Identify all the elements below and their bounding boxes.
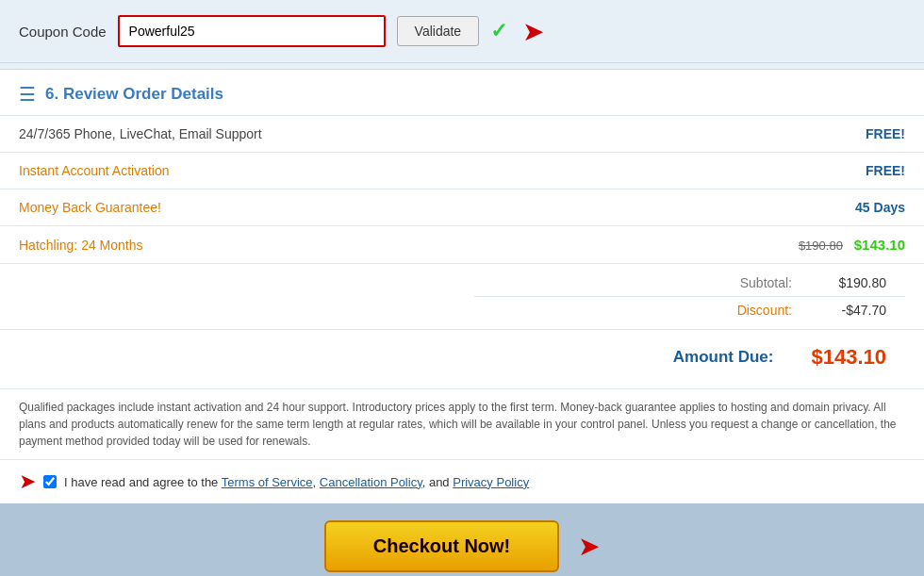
privacy-policy-link[interactable]: Privacy Policy [453, 475, 529, 489]
checkout-footer: Checkout Now! ➤ [0, 503, 924, 576]
hatchling-label: Hatchling: 24 Months [0, 226, 455, 264]
row-support-value: FREE! [455, 116, 924, 153]
coupon-arrow-indicator: ➤ [522, 16, 544, 47]
row-support-label: 24/7/365 Phone, LiveChat, Email Support [0, 116, 455, 153]
table-row: Instant Account Activation FREE! [0, 153, 924, 189]
subtotal-row-inner: Subtotal: $190.80 [474, 270, 905, 297]
original-price: $190.80 [799, 239, 843, 253]
review-title: 6. Review Order Details [45, 85, 223, 104]
coupon-section: Coupon Code Validate ✓ ➤ [0, 0, 924, 62]
terms-text: I have read and agree to the Terms of Se… [64, 475, 529, 489]
terms-checkbox[interactable] [43, 475, 57, 488]
row-activation-value: FREE! [455, 153, 924, 189]
row-moneyback-value: 45 Days [455, 189, 924, 226]
section-divider [0, 62, 924, 70]
hatchling-price-cell: $190.80 $143.10 [455, 226, 924, 264]
amount-due-value: $143.10 [792, 337, 905, 379]
table-row: 24/7/365 Phone, LiveChat, Email Support … [0, 116, 924, 153]
coupon-input[interactable] [120, 17, 384, 45]
terms-of-service-link[interactable]: Terms of Service [222, 475, 313, 489]
subtotal-label: Subtotal: [474, 270, 811, 297]
table-row-hatchling: Hatchling: 24 Months $190.80 $143.10 [0, 226, 924, 264]
coupon-label: Coupon Code [19, 24, 107, 40]
subtotal-value: $190.80 [811, 270, 905, 297]
terms-row: ➤ I have read and agree to the Terms of … [0, 460, 924, 503]
checkout-button[interactable]: Checkout Now! [324, 520, 560, 572]
row-moneyback-label: Money Back Guarantee! [0, 189, 455, 226]
validate-button[interactable]: Validate [397, 16, 480, 46]
list-icon: ☰ [19, 83, 36, 106]
cancellation-policy-link[interactable]: Cancellation Policy [320, 475, 422, 489]
discount-row-inner: Discount: -$47.70 [474, 297, 905, 324]
review-order-section: ☰ 6. Review Order Details 24/7/365 Phone… [0, 70, 924, 503]
amount-due-row-inner: Amount Due: $143.10 [474, 337, 905, 379]
order-table: 24/7/365 Phone, LiveChat, Email Support … [0, 116, 924, 388]
subtotal-row: Subtotal: $190.80 Discount: -$47.70 [0, 264, 924, 330]
checkout-arrow-indicator: ➤ [578, 531, 600, 562]
amount-due-label: Amount Due: [474, 337, 792, 379]
amount-due-row: Amount Due: $143.10 [0, 330, 924, 389]
review-header: ☰ 6. Review Order Details [0, 70, 924, 116]
row-activation-label: Instant Account Activation [0, 153, 455, 189]
table-row: Money Back Guarantee! 45 Days [0, 189, 924, 226]
terms-arrow-indicator: ➤ [19, 469, 36, 494]
validation-checkmark: ✓ [490, 19, 507, 43]
discount-value: -$47.70 [811, 297, 905, 324]
discounted-price: $143.10 [854, 237, 905, 253]
disclaimer-text: Qualified packages include instant activ… [0, 388, 924, 460]
coupon-input-wrapper [118, 15, 386, 47]
discount-label: Discount: [474, 297, 811, 324]
